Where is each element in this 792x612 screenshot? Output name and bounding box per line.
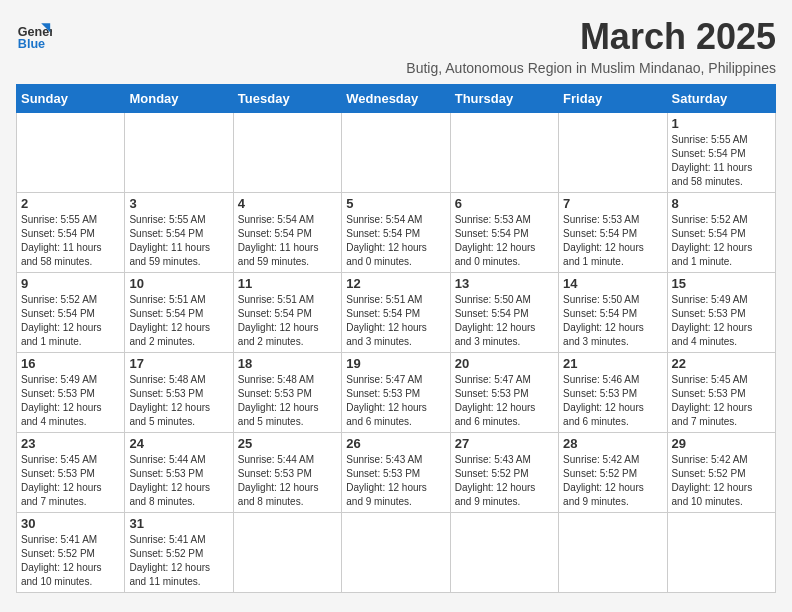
day-number: 23: [21, 436, 120, 451]
calendar-row-2: 2Sunrise: 5:55 AM Sunset: 5:54 PM Daylig…: [17, 193, 776, 273]
table-row: 20Sunrise: 5:47 AM Sunset: 5:53 PM Dayli…: [450, 353, 558, 433]
day-number: 17: [129, 356, 228, 371]
table-row: 5Sunrise: 5:54 AM Sunset: 5:54 PM Daylig…: [342, 193, 450, 273]
day-number: 31: [129, 516, 228, 531]
day-info: Sunrise: 5:46 AM Sunset: 5:53 PM Dayligh…: [563, 373, 662, 429]
table-row: 22Sunrise: 5:45 AM Sunset: 5:53 PM Dayli…: [667, 353, 775, 433]
table-row: [450, 113, 558, 193]
day-number: 5: [346, 196, 445, 211]
day-number: 13: [455, 276, 554, 291]
day-info: Sunrise: 5:47 AM Sunset: 5:53 PM Dayligh…: [455, 373, 554, 429]
table-row: 19Sunrise: 5:47 AM Sunset: 5:53 PM Dayli…: [342, 353, 450, 433]
logo-icon: General Blue: [16, 16, 52, 52]
header-thursday: Thursday: [450, 85, 558, 113]
day-info: Sunrise: 5:41 AM Sunset: 5:52 PM Dayligh…: [129, 533, 228, 589]
table-row: 6Sunrise: 5:53 AM Sunset: 5:54 PM Daylig…: [450, 193, 558, 273]
day-info: Sunrise: 5:48 AM Sunset: 5:53 PM Dayligh…: [129, 373, 228, 429]
day-info: Sunrise: 5:42 AM Sunset: 5:52 PM Dayligh…: [672, 453, 771, 509]
table-row: 17Sunrise: 5:48 AM Sunset: 5:53 PM Dayli…: [125, 353, 233, 433]
table-row: 29Sunrise: 5:42 AM Sunset: 5:52 PM Dayli…: [667, 433, 775, 513]
day-info: Sunrise: 5:52 AM Sunset: 5:54 PM Dayligh…: [672, 213, 771, 269]
day-number: 28: [563, 436, 662, 451]
table-row: 4Sunrise: 5:54 AM Sunset: 5:54 PM Daylig…: [233, 193, 341, 273]
day-info: Sunrise: 5:53 AM Sunset: 5:54 PM Dayligh…: [563, 213, 662, 269]
day-info: Sunrise: 5:53 AM Sunset: 5:54 PM Dayligh…: [455, 213, 554, 269]
table-row: [233, 513, 341, 593]
day-number: 29: [672, 436, 771, 451]
table-row: 12Sunrise: 5:51 AM Sunset: 5:54 PM Dayli…: [342, 273, 450, 353]
calendar-row-5: 23Sunrise: 5:45 AM Sunset: 5:53 PM Dayli…: [17, 433, 776, 513]
day-info: Sunrise: 5:42 AM Sunset: 5:52 PM Dayligh…: [563, 453, 662, 509]
svg-text:Blue: Blue: [18, 37, 45, 51]
header-tuesday: Tuesday: [233, 85, 341, 113]
table-row: 15Sunrise: 5:49 AM Sunset: 5:53 PM Dayli…: [667, 273, 775, 353]
table-row: [667, 513, 775, 593]
day-number: 2: [21, 196, 120, 211]
day-number: 26: [346, 436, 445, 451]
day-info: Sunrise: 5:49 AM Sunset: 5:53 PM Dayligh…: [21, 373, 120, 429]
day-info: Sunrise: 5:55 AM Sunset: 5:54 PM Dayligh…: [21, 213, 120, 269]
location-subtitle: Butig, Autonomous Region in Muslim Minda…: [406, 60, 776, 76]
day-number: 16: [21, 356, 120, 371]
day-info: Sunrise: 5:49 AM Sunset: 5:53 PM Dayligh…: [672, 293, 771, 349]
table-row: 7Sunrise: 5:53 AM Sunset: 5:54 PM Daylig…: [559, 193, 667, 273]
day-info: Sunrise: 5:45 AM Sunset: 5:53 PM Dayligh…: [21, 453, 120, 509]
table-row: 23Sunrise: 5:45 AM Sunset: 5:53 PM Dayli…: [17, 433, 125, 513]
day-number: 22: [672, 356, 771, 371]
day-info: Sunrise: 5:50 AM Sunset: 5:54 PM Dayligh…: [563, 293, 662, 349]
day-number: 24: [129, 436, 228, 451]
day-number: 18: [238, 356, 337, 371]
table-row: [342, 113, 450, 193]
table-row: 2Sunrise: 5:55 AM Sunset: 5:54 PM Daylig…: [17, 193, 125, 273]
calendar-row-3: 9Sunrise: 5:52 AM Sunset: 5:54 PM Daylig…: [17, 273, 776, 353]
day-number: 21: [563, 356, 662, 371]
table-row: 18Sunrise: 5:48 AM Sunset: 5:53 PM Dayli…: [233, 353, 341, 433]
day-number: 25: [238, 436, 337, 451]
table-row: 26Sunrise: 5:43 AM Sunset: 5:53 PM Dayli…: [342, 433, 450, 513]
table-row: 8Sunrise: 5:52 AM Sunset: 5:54 PM Daylig…: [667, 193, 775, 273]
day-info: Sunrise: 5:54 AM Sunset: 5:54 PM Dayligh…: [238, 213, 337, 269]
month-year-title: March 2025: [406, 16, 776, 58]
calendar-row-4: 16Sunrise: 5:49 AM Sunset: 5:53 PM Dayli…: [17, 353, 776, 433]
calendar-row-6: 30Sunrise: 5:41 AM Sunset: 5:52 PM Dayli…: [17, 513, 776, 593]
day-number: 7: [563, 196, 662, 211]
day-number: 6: [455, 196, 554, 211]
table-row: 13Sunrise: 5:50 AM Sunset: 5:54 PM Dayli…: [450, 273, 558, 353]
table-row: [17, 113, 125, 193]
day-info: Sunrise: 5:51 AM Sunset: 5:54 PM Dayligh…: [346, 293, 445, 349]
table-row: [342, 513, 450, 593]
day-info: Sunrise: 5:41 AM Sunset: 5:52 PM Dayligh…: [21, 533, 120, 589]
header-saturday: Saturday: [667, 85, 775, 113]
table-row: [559, 113, 667, 193]
calendar-table: Sunday Monday Tuesday Wednesday Thursday…: [16, 84, 776, 593]
weekday-header-row: Sunday Monday Tuesday Wednesday Thursday…: [17, 85, 776, 113]
day-number: 3: [129, 196, 228, 211]
table-row: [233, 113, 341, 193]
day-info: Sunrise: 5:51 AM Sunset: 5:54 PM Dayligh…: [129, 293, 228, 349]
day-info: Sunrise: 5:43 AM Sunset: 5:53 PM Dayligh…: [346, 453, 445, 509]
header-monday: Monday: [125, 85, 233, 113]
table-row: [559, 513, 667, 593]
day-number: 27: [455, 436, 554, 451]
day-info: Sunrise: 5:55 AM Sunset: 5:54 PM Dayligh…: [672, 133, 771, 189]
day-info: Sunrise: 5:52 AM Sunset: 5:54 PM Dayligh…: [21, 293, 120, 349]
table-row: 1Sunrise: 5:55 AM Sunset: 5:54 PM Daylig…: [667, 113, 775, 193]
day-number: 20: [455, 356, 554, 371]
day-number: 14: [563, 276, 662, 291]
table-row: 27Sunrise: 5:43 AM Sunset: 5:52 PM Dayli…: [450, 433, 558, 513]
day-info: Sunrise: 5:54 AM Sunset: 5:54 PM Dayligh…: [346, 213, 445, 269]
table-row: 21Sunrise: 5:46 AM Sunset: 5:53 PM Dayli…: [559, 353, 667, 433]
day-number: 1: [672, 116, 771, 131]
table-row: 28Sunrise: 5:42 AM Sunset: 5:52 PM Dayli…: [559, 433, 667, 513]
day-info: Sunrise: 5:44 AM Sunset: 5:53 PM Dayligh…: [238, 453, 337, 509]
table-row: 14Sunrise: 5:50 AM Sunset: 5:54 PM Dayli…: [559, 273, 667, 353]
day-number: 30: [21, 516, 120, 531]
table-row: 16Sunrise: 5:49 AM Sunset: 5:53 PM Dayli…: [17, 353, 125, 433]
calendar-row-1: 1Sunrise: 5:55 AM Sunset: 5:54 PM Daylig…: [17, 113, 776, 193]
table-row: 31Sunrise: 5:41 AM Sunset: 5:52 PM Dayli…: [125, 513, 233, 593]
header-sunday: Sunday: [17, 85, 125, 113]
day-number: 4: [238, 196, 337, 211]
table-row: 30Sunrise: 5:41 AM Sunset: 5:52 PM Dayli…: [17, 513, 125, 593]
day-number: 8: [672, 196, 771, 211]
day-info: Sunrise: 5:47 AM Sunset: 5:53 PM Dayligh…: [346, 373, 445, 429]
